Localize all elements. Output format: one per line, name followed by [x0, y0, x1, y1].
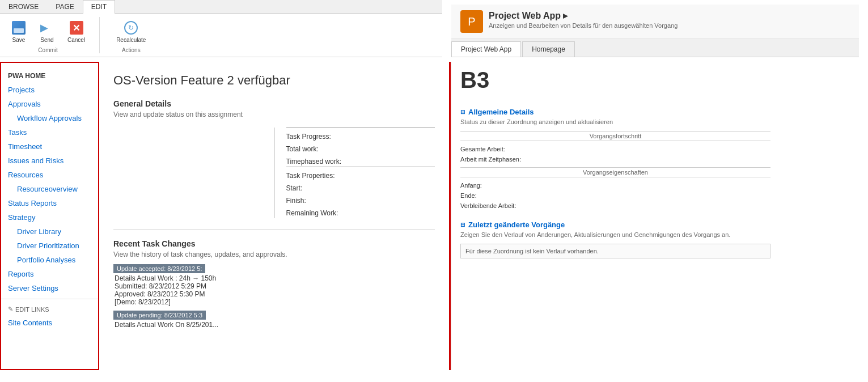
sidebar-item-server-settings[interactable]: Server Settings: [1, 281, 98, 295]
app-title-area: Project Web App ▸ Anzeigen und Bearbeite…: [489, 10, 850, 29]
cancel-icon: ✕: [69, 20, 84, 36]
sidebar-item-portfolio-analyses[interactable]: Portfolio Analyses: [1, 253, 98, 267]
send-label: Send: [40, 37, 53, 43]
center-content: OS-Version Feature 2 verfügbar General D…: [99, 62, 451, 370]
tab-browse[interactable]: BROWSE: [0, 0, 47, 13]
sidebar-item-resourceoverview[interactable]: Resourceoverview: [1, 182, 98, 196]
cancel-button[interactable]: ✕ Cancel: [62, 17, 90, 46]
task-properties-separator: [286, 167, 435, 167]
recent-changes-desc: View the history of task changes, update…: [113, 251, 435, 258]
history-box: Für diese Zuordnung ist kein Verlauf vor…: [460, 244, 770, 258]
ribbon-actions-buttons: ↻ Recalculate: [111, 17, 151, 46]
partial-id: B3: [451, 62, 780, 99]
zuletzt-desc: Zeigen Sie den Verlauf von Änderungen, A…: [460, 231, 770, 238]
save-label: Save: [12, 37, 26, 43]
send-button[interactable]: Send: [34, 17, 60, 46]
sidebar-item-resources[interactable]: Resources: [1, 168, 98, 182]
send-icon: [39, 20, 55, 36]
update-1-detail-4: [Demo: 8/23/2012]: [113, 298, 435, 306]
remaining-work-label: Remaining Work:: [286, 209, 435, 217]
zuletzt-title: Zuletzt geänderte Vorgänge: [468, 220, 565, 229]
app-subtitle: Anzeigen und Bearbeiten von Details für …: [489, 22, 850, 29]
sidebar-item-strategy[interactable]: Strategy: [1, 210, 98, 224]
commit-group-label: Commit: [38, 47, 57, 53]
right-panel: B3 ⊟ Allgemeine Details Status zu dieser…: [451, 62, 780, 370]
tab-homepage[interactable]: Homepage: [522, 41, 575, 57]
allgemeine-details-header[interactable]: ⊟ Allgemeine Details: [460, 108, 770, 116]
update-1-detail-2: Submitted: 8/23/2012 5:29 PM: [113, 282, 435, 290]
sidebar-item-driver-library[interactable]: Driver Library: [1, 224, 98, 239]
tab-project-web-app[interactable]: Project Web App: [451, 41, 521, 57]
sidebar-divider: [1, 299, 98, 299]
cancel-icon-shape: ✕: [70, 21, 83, 35]
right-section-recent: ⊟ Zuletzt geänderte Vorgänge Zeigen Sie …: [460, 220, 770, 258]
total-work-label: Total work:: [286, 145, 435, 153]
ribbon-group-commit: Save Send ✕ Cancel: [6, 17, 100, 53]
update-1-highlight: Update accepted: 8/23/2012 5:: [113, 264, 205, 273]
app-title: Project Web App ▸: [489, 10, 850, 21]
ribbon-content: Save Send ✕ Cancel: [0, 14, 442, 57]
ribbon-tabs: BROWSE PAGE EDIT: [0, 0, 442, 14]
ribbon-group-actions: ↻ Recalculate Actions: [111, 17, 160, 53]
form-right: Task Progress: Total work: Timephased wo…: [274, 128, 435, 218]
page-title: OS-Version Feature 2 verfügbar: [113, 73, 435, 88]
save-icon: [11, 20, 27, 36]
recalc-icon-shape: ↻: [124, 21, 138, 35]
arbeit-mit-zeitphasen-label: Arbeit mit Zeitphasen:: [460, 156, 770, 163]
sidebar-item-projects[interactable]: Projects: [1, 83, 98, 97]
sidebar-item-pwa-home[interactable]: PWA HOME: [1, 67, 98, 83]
tab-edit[interactable]: EDIT: [83, 0, 115, 14]
actions-group-label: Actions: [122, 47, 141, 53]
sidebar-item-timesheet[interactable]: Timesheet: [1, 139, 98, 154]
save-button[interactable]: Save: [6, 17, 32, 46]
recent-changes-title: Recent Task Changes: [113, 239, 435, 248]
form-grid: Task Progress: Total work: Timephased wo…: [113, 128, 435, 218]
recalculate-button[interactable]: ↻ Recalculate: [111, 17, 151, 46]
task-progress-label: Task Progress:: [286, 133, 435, 141]
save-icon-shape: [12, 21, 26, 35]
task-progress-separator: [286, 128, 435, 128]
right-panel-header: P Project Web App ▸ Anzeigen und Bearbei…: [442, 0, 868, 62]
sidebar-item-tasks[interactable]: Tasks: [1, 125, 98, 139]
section-separator: [113, 230, 435, 230]
ende-label: Ende:: [460, 192, 770, 199]
main-layout: PWA HOME Projects Approvals Workflow App…: [0, 62, 868, 370]
cancel-label: Cancel: [67, 37, 85, 43]
edit-links-button[interactable]: EDIT LINKS: [1, 303, 98, 316]
finish-label: Finish:: [286, 197, 435, 205]
general-details-desc: View and update status on this assignmen…: [113, 111, 435, 118]
timephased-work-label: Timephased work:: [286, 158, 435, 165]
sidebar-item-site-contents[interactable]: Site Contents: [1, 316, 98, 330]
ribbon: BROWSE PAGE EDIT Save: [0, 0, 442, 57]
app-title-arrow-icon: ▸: [563, 10, 568, 21]
right-panel-content: ⊟ Allgemeine Details Status zu dieser Zu…: [451, 99, 780, 370]
task-update-1: Update accepted: 8/23/2012 5: Details Ac…: [113, 264, 435, 306]
update-2-highlight: Update pending: 8/23/2012 5:3: [113, 311, 206, 320]
vorgangsfortschritt-header: Vorgangsfortschritt: [460, 131, 770, 141]
sidebar-item-workflow-approvals[interactable]: Workflow Approvals: [1, 111, 98, 125]
sidebar-item-driver-prioritization[interactable]: Driver Prioritization: [1, 239, 98, 253]
sidebar-item-approvals[interactable]: Approvals: [1, 97, 98, 111]
vorgangseigenschaften-header: Vorgangseigenschaften: [460, 167, 770, 177]
app-header: P Project Web App ▸ Anzeigen und Bearbei…: [451, 5, 859, 39]
general-details-title: General Details: [113, 99, 435, 108]
allgemeine-details-title: Allgemeine Details: [468, 108, 534, 116]
gesamte-arbeit-label: Gesamte Arbeit:: [460, 146, 770, 152]
zuletzt-header[interactable]: ⊟ Zuletzt geänderte Vorgänge: [460, 220, 770, 229]
toggle-icon: ⊟: [460, 109, 465, 115]
start-label: Start:: [286, 184, 435, 192]
verbleibende-arbeit-label: Verbleibende Arbeit:: [460, 202, 770, 209]
app-icon: P: [460, 10, 483, 33]
tab-page[interactable]: PAGE: [47, 0, 82, 13]
task-properties-label: Task Properties:: [286, 172, 435, 180]
allgemeine-details-desc: Status zu dieser Zuordnung anzeigen und …: [460, 118, 770, 125]
sidebar-item-issues-risks[interactable]: Issues and Risks: [1, 154, 98, 168]
toggle-icon-2: ⊟: [460, 222, 465, 228]
sidebar-item-reports[interactable]: Reports: [1, 267, 98, 281]
right-section-general: ⊟ Allgemeine Details Status zu dieser Zu…: [460, 108, 770, 209]
recalculate-label: Recalculate: [116, 37, 146, 43]
recalc-icon: ↻: [123, 20, 139, 36]
sidebar-item-status-reports[interactable]: Status Reports: [1, 196, 98, 210]
send-icon-shape: [40, 21, 54, 35]
app-title-text: Project Web App: [489, 11, 561, 21]
